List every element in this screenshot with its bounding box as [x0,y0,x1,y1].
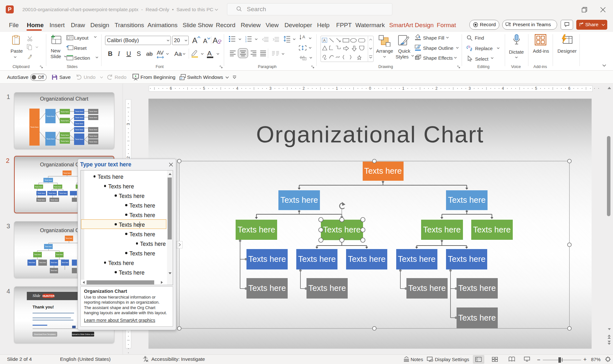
svg-text:A: A [302,34,305,39]
svg-text:2: 2 [245,38,246,40]
svg-text:1: 1 [245,36,246,38]
svg-text:3: 3 [245,40,246,42]
svg-text:A: A [323,38,326,43]
